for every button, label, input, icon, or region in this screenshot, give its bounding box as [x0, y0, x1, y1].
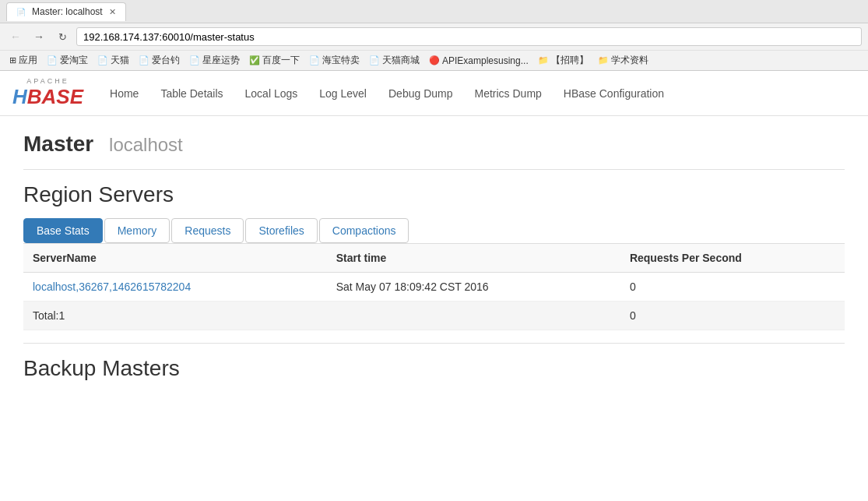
bookmark-item[interactable]: 📁【招聘】	[535, 53, 592, 68]
bookmark-label: 爱台钓	[152, 54, 180, 67]
bookmark-icon: 📁	[598, 55, 609, 65]
page-subtitle: localhost	[109, 134, 183, 155]
address-bar[interactable]	[76, 27, 862, 46]
browser-tab: 📄 Master: localhost ✕	[6, 2, 126, 21]
hbase-logo: APACHE HBASE	[12, 77, 83, 109]
bookmark-icon: ⊞	[9, 55, 16, 65]
bookmark-item[interactable]: 📄爱淘宝	[44, 53, 91, 68]
table-row: localhost,36267,1462615782204Sat May 07 …	[23, 273, 845, 302]
bookmark-label: APIExamplesusing...	[442, 55, 529, 66]
region-servers-tabs: Base StatsMemoryRequestsStorefilesCompac…	[23, 218, 845, 243]
bookmark-label: 【招聘】	[551, 54, 589, 67]
bookmark-label: 星座运势	[202, 54, 240, 67]
bookmark-label: 爱淘宝	[60, 54, 88, 67]
bookmark-label: 海宝特卖	[322, 54, 360, 67]
bookmark-icon: 📄	[309, 55, 320, 65]
bookmark-icon: ✅	[249, 55, 260, 65]
bookmark-item[interactable]: 📁学术资料	[595, 53, 652, 68]
tab-compactions[interactable]: Compactions	[319, 218, 409, 243]
bookmark-item[interactable]: 📄天猫	[94, 53, 132, 68]
forward-button[interactable]: →	[30, 27, 48, 46]
total-empty-cell	[327, 302, 620, 330]
bookmark-item[interactable]: 📄星座运势	[186, 53, 243, 68]
browser-nav-bar: ← → ↻	[0, 23, 868, 50]
table-header-servername: ServerName	[23, 244, 327, 273]
table-header: ServerNameStart timeRequests Per Second	[23, 244, 845, 273]
region-servers-heading: Region Servers	[23, 182, 845, 207]
start-time-cell: Sat May 07 18:09:42 CST 2016	[327, 273, 620, 302]
tab-storefiles[interactable]: Storefiles	[245, 218, 317, 243]
bookmark-icon: 📄	[189, 55, 200, 65]
requests-per-second-cell: 0	[620, 273, 845, 302]
tab-base-stats[interactable]: Base Stats	[23, 218, 103, 243]
page-title: Master localhost	[23, 132, 845, 157]
bookmark-label: 学术资料	[611, 54, 648, 67]
hbase-nav: HomeTable DetailsLocal LogsLog LevelDebu…	[99, 84, 675, 103]
tab-memory[interactable]: Memory	[104, 218, 170, 243]
reload-button[interactable]: ↻	[53, 27, 72, 46]
logo-apache-text: APACHE	[26, 77, 69, 85]
hbase-header: APACHE HBASE HomeTable DetailsLocal Logs…	[0, 71, 868, 116]
bookmark-label: 天猫商城	[382, 54, 420, 67]
bookmark-item[interactable]: ✅百度一下	[246, 53, 303, 68]
bookmark-item[interactable]: 📄爱台钓	[135, 53, 183, 68]
table-header-row: ServerNameStart timeRequests Per Second	[23, 244, 845, 273]
bookmark-icon: 📄	[369, 55, 380, 65]
tab-requests[interactable]: Requests	[171, 218, 244, 243]
tab-close-button[interactable]: ✕	[109, 7, 116, 17]
nav-link-debug-dump[interactable]: Debug Dump	[378, 84, 464, 103]
tab-favicon: 📄	[16, 8, 26, 16]
back-button[interactable]: ←	[6, 27, 25, 46]
bookmark-icon: 📄	[97, 55, 108, 65]
table-header-start-time: Start time	[327, 244, 620, 273]
nav-link-hbase-configuration[interactable]: HBase Configuration	[553, 84, 675, 103]
nav-link-home[interactable]: Home	[99, 84, 149, 103]
nav-link-log-level[interactable]: Log Level	[308, 84, 378, 103]
title-divider	[23, 169, 845, 170]
section-divider	[23, 343, 845, 344]
total-label-cell: Total:1	[23, 302, 327, 330]
page-content: Master localhost Region Servers Base Sta…	[0, 116, 868, 408]
bookmark-icon: 📄	[47, 55, 58, 65]
bookmark-icon: 📄	[139, 55, 149, 65]
table-body: localhost,36267,1462615782204Sat May 07 …	[23, 273, 845, 330]
bookmark-item[interactable]: ⊞应用	[6, 53, 40, 68]
server-name-cell: localhost,36267,1462615782204	[23, 273, 327, 302]
total-rps-cell: 0	[620, 302, 845, 330]
bookmark-label: 应用	[19, 54, 37, 67]
bookmark-label: 天猫	[111, 54, 129, 67]
bookmarks-bar: ⊞应用📄爱淘宝📄天猫📄爱台钓📄星座运势✅百度一下📄海宝特卖📄天猫商城🔴APIEx…	[0, 50, 868, 70]
backup-masters-heading: Backup Masters	[23, 356, 845, 381]
tab-title: Master: localhost	[32, 6, 103, 17]
nav-link-metrics-dump[interactable]: Metrics Dump	[463, 84, 552, 103]
browser-titlebar: 📄 Master: localhost ✕	[0, 0, 868, 23]
bookmark-item[interactable]: 🔴APIExamplesusing...	[426, 55, 532, 67]
bookmark-label: 百度一下	[262, 54, 300, 67]
nav-link-local-logs[interactable]: Local Logs	[234, 84, 309, 103]
browser-chrome: 📄 Master: localhost ✕ ← → ↻ ⊞应用📄爱淘宝📄天猫📄爱…	[0, 0, 868, 71]
nav-link-table-details[interactable]: Table Details	[149, 84, 234, 103]
server-name-link[interactable]: localhost,36267,1462615782204	[33, 280, 191, 293]
logo-hbase-text: HBASE	[12, 85, 83, 109]
bookmark-item[interactable]: 📄天猫商城	[366, 53, 423, 68]
bookmark-icon: 📁	[538, 55, 549, 65]
total-row: Total:10	[23, 302, 845, 330]
bookmark-icon: 🔴	[429, 55, 440, 65]
region-servers-table: ServerNameStart timeRequests Per Second …	[23, 243, 845, 330]
bookmark-item[interactable]: 📄海宝特卖	[306, 53, 363, 68]
table-header-requests-per-second: Requests Per Second	[620, 244, 845, 273]
